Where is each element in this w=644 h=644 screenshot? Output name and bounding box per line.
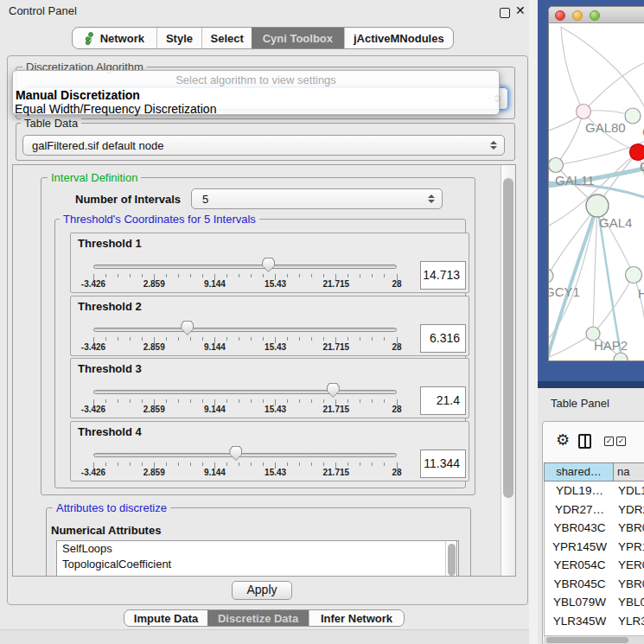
network-window-titlebar[interactable] (549, 7, 644, 23)
threshold-value-field[interactable]: 11.344 (420, 450, 466, 478)
table-row[interactable]: YER054CYER0 (545, 556, 644, 575)
number-of-intervals-combo[interactable]: 5 (191, 188, 443, 209)
slider-thumb[interactable] (181, 321, 194, 335)
threshold-value-field[interactable]: 6.316 (420, 324, 466, 353)
table-row[interactable]: YBR045CYBR0 (545, 575, 644, 594)
column-header-shared[interactable]: shared… (544, 462, 614, 481)
network-canvas[interactable]: GAL80 G C GAL11 GAL4 GCY1 H HAP2 (549, 23, 644, 361)
slider-thumb[interactable] (262, 258, 275, 272)
tab-select[interactable]: Select (201, 28, 252, 48)
node-label-gal80: GAL80 (585, 120, 626, 135)
table-row[interactable]: YBR043CYBR0 (545, 519, 644, 538)
network-view-window[interactable]: GAL80 G C GAL11 GAL4 GCY1 H HAP2 (548, 6, 644, 361)
table-cell-shared-name[interactable]: YPR145W (545, 538, 615, 557)
tab-style[interactable]: Style (156, 28, 202, 48)
panel-scrollbar[interactable] (501, 165, 515, 576)
numerical-attributes-list[interactable]: SelfLoopsTopologicalCoefficientBetweenne… (56, 540, 459, 577)
slider-tick (372, 462, 373, 466)
network-node-gal80[interactable] (577, 105, 591, 119)
tab-impute-data[interactable]: Impute Data (124, 610, 207, 626)
slider-tick-label: 15.43 (254, 468, 297, 477)
table-hscrollbar-thumb[interactable] (546, 637, 628, 643)
threshold-value-field[interactable]: 21.4 (420, 386, 466, 415)
slider-tick (166, 462, 167, 466)
table-cell-shared-name[interactable]: YBL079W (545, 593, 615, 612)
slider-tick (190, 399, 191, 403)
dropdown-option-manual[interactable]: Manual Discretization (16, 88, 140, 102)
float-window-icon[interactable] (500, 8, 510, 18)
slider-tick (166, 337, 167, 341)
slider-tick (226, 274, 227, 277)
table-cell-name[interactable]: YDR2 (618, 501, 644, 520)
attribute-list-item[interactable]: TopologicalCoefficient (57, 557, 458, 572)
slider-thumb[interactable] (327, 383, 340, 398)
split-pane-divider[interactable] (529, 0, 538, 644)
slider-tick (348, 399, 348, 403)
slider-tick (323, 462, 324, 466)
slider-track (93, 328, 397, 332)
table-cell-name[interactable]: YBR0 (618, 519, 644, 538)
slider-tick (178, 274, 179, 277)
network-node-selected[interactable] (630, 144, 644, 161)
slider-track (93, 265, 397, 269)
table-cell-shared-name[interactable]: YDL19… (545, 481, 615, 501)
tab-discretize-data[interactable]: Discretize Data (207, 610, 309, 626)
checkbox-icon[interactable]: ✓ (604, 437, 614, 446)
column-header-name[interactable]: na (614, 462, 644, 481)
network-node-gal11[interactable] (549, 158, 564, 173)
attribute-list-item[interactable]: SelfLoops (57, 541, 458, 557)
slider-thumb[interactable] (229, 446, 242, 461)
tab-jactivemnodules[interactable]: jActiveMNodules (344, 28, 453, 48)
table-cell-name[interactable]: YLR3 (618, 612, 644, 631)
tab-cyni-toolbox[interactable]: Cyni Toolbox (252, 28, 344, 48)
checkbox-icon[interactable]: ✓ (616, 437, 626, 446)
slider-tick (348, 337, 348, 341)
network-node[interactable] (625, 108, 641, 124)
close-button[interactable] (555, 10, 565, 21)
split-columns-icon[interactable] (578, 434, 591, 449)
table-row[interactable]: YPR145WYPR1 (545, 538, 644, 557)
slider-tick (311, 274, 312, 277)
table-cell-name[interactable]: YER0 (618, 556, 644, 575)
network-node-gal4[interactable] (586, 194, 609, 217)
table-cell-shared-name[interactable]: YBR045C (545, 575, 615, 594)
tab-network[interactable]: Network (73, 28, 156, 48)
table-cell-name[interactable]: YBR0 (618, 575, 644, 594)
slider-tick (166, 274, 167, 277)
slider-tick (105, 399, 106, 403)
table-cell-name[interactable]: YDL1 (618, 481, 644, 501)
slider-tick (202, 274, 203, 277)
table-row[interactable]: YDR27…YDR2 (545, 501, 644, 520)
apply-button[interactable]: Apply (232, 581, 292, 600)
attribute-list-item[interactable]: BetweennessCentrality (57, 572, 458, 577)
network-node-gcy1[interactable] (549, 269, 553, 283)
table-body[interactable]: YDL19…YDL1YDR27…YDR2YBR043CYBR0YPR145WYP… (544, 481, 644, 635)
slider-tick (166, 399, 167, 403)
table-cell-shared-name[interactable]: YBR043C (545, 519, 615, 538)
table-cell-shared-name[interactable]: YER054C (545, 556, 615, 575)
tab-infer-network[interactable]: Infer Network (309, 610, 404, 626)
slider-tick-label: 15.43 (254, 342, 297, 352)
table-cell-shared-name[interactable]: YLR345W (545, 612, 615, 631)
network-node[interactable] (614, 353, 628, 361)
table-cell-shared-name[interactable]: YDR27… (545, 501, 615, 520)
table-data-combo[interactable]: galFiltered.sif default node (22, 135, 505, 156)
zoom-button[interactable] (590, 10, 600, 21)
threshold-label: Threshold 2 (78, 300, 142, 313)
table-hscrollbar[interactable] (544, 635, 644, 644)
threshold-value-field[interactable]: 14.713 (420, 261, 466, 290)
table-row[interactable]: YDL19…YDL1 (545, 481, 644, 501)
list-scrollbar[interactable] (445, 540, 457, 577)
list-scrollbar-thumb[interactable] (448, 544, 456, 576)
table-cell-name[interactable]: YPR1 (618, 538, 644, 557)
table-row[interactable]: YLR345WYLR3 (545, 612, 644, 631)
panel-scrollbar-thumb[interactable] (503, 178, 513, 498)
minimize-button[interactable] (572, 10, 583, 21)
dropdown-option-equal-width[interactable]: Equal Width/Frequency Discretization (15, 102, 216, 116)
network-node[interactable] (626, 267, 642, 284)
table-row[interactable]: YBL079WYBL0 (545, 593, 644, 612)
table-cell-name[interactable]: YBL0 (618, 593, 644, 612)
close-icon[interactable]: ✕ (515, 3, 526, 17)
gear-icon[interactable]: ⚙ (556, 432, 570, 448)
checkbox-icons[interactable]: ✓ ✓ (604, 437, 626, 446)
